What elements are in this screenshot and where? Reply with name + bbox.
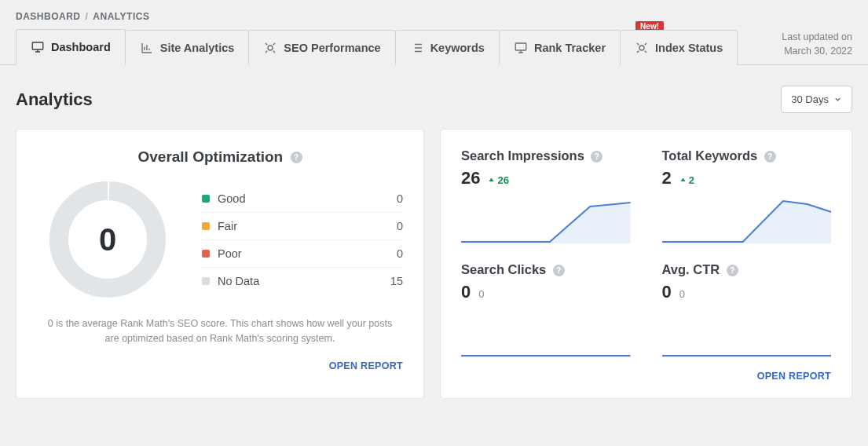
stat-value: 2 xyxy=(662,168,672,188)
legend-value: 0 xyxy=(397,192,403,205)
legend-dot xyxy=(202,222,210,230)
clicks-sparkline xyxy=(461,309,631,357)
tab-index-status[interactable]: Index Status xyxy=(620,30,738,65)
keywords-sparkline xyxy=(662,195,832,243)
chevron-down-icon xyxy=(833,95,842,104)
optimization-donut: 0 xyxy=(45,177,170,302)
legend-row-good: Good 0 xyxy=(202,185,403,213)
optimization-score: 0 xyxy=(45,177,170,302)
help-icon[interactable]: ? xyxy=(291,152,302,163)
date-range-select[interactable]: 30 Days xyxy=(781,86,852,113)
tab-keywords[interactable]: Keywords xyxy=(395,30,500,65)
monitor-icon xyxy=(514,41,528,55)
svg-rect-0 xyxy=(32,42,43,49)
up-arrow-icon xyxy=(679,177,687,184)
last-updated-date: March 30, 2022 xyxy=(782,45,852,59)
legend-value: 15 xyxy=(390,275,403,287)
tab-label: SEO Performance xyxy=(284,42,380,54)
legend-value: 0 xyxy=(397,220,403,232)
legend-value: 0 xyxy=(397,247,403,260)
legend-label: Fair xyxy=(218,220,397,232)
tab-rank-tracker[interactable]: Rank Tracker xyxy=(499,30,621,65)
svg-rect-2 xyxy=(515,43,526,50)
tab-dashboard[interactable]: Dashboard xyxy=(16,29,126,65)
list-icon xyxy=(410,41,424,55)
ctr-sparkline xyxy=(662,309,832,357)
open-report-link[interactable]: OPEN REPORT xyxy=(757,371,831,382)
tab-label: Index Status xyxy=(655,42,723,54)
tab-label: Rank Tracker xyxy=(534,42,606,54)
search-stats-card: Search Impressions ? 26 26 xyxy=(440,129,852,399)
impressions-sparkline xyxy=(461,195,631,243)
monitor-icon xyxy=(31,40,45,54)
tab-label: Keywords xyxy=(430,42,485,54)
svg-point-1 xyxy=(268,46,273,50)
legend-dot xyxy=(202,277,210,285)
up-arrow-icon xyxy=(488,177,495,184)
stat-title-text: Search Impressions xyxy=(461,148,584,163)
stat-value: 0 xyxy=(662,282,672,302)
stat-value: 0 xyxy=(461,282,471,302)
target-icon xyxy=(635,41,649,55)
tab-label: Site Analytics xyxy=(160,42,235,54)
stat-delta: 2 xyxy=(679,174,694,186)
help-icon[interactable]: ? xyxy=(764,151,776,163)
legend-label: Poor xyxy=(218,247,397,260)
legend-label: Good xyxy=(218,192,397,205)
breadcrumb-current: ANALYTICS xyxy=(93,11,149,22)
tab-label: Dashboard xyxy=(51,41,111,53)
last-updated: Last updated on March 30, 2022 xyxy=(782,31,852,64)
stat-title-text: Total Keywords xyxy=(662,148,758,163)
help-icon[interactable]: ? xyxy=(591,151,602,163)
stat-title-text: Avg. CTR xyxy=(662,262,720,276)
legend-label: No Data xyxy=(218,275,390,287)
target-icon xyxy=(263,41,277,55)
help-icon[interactable]: ? xyxy=(553,265,565,276)
tab-site-analytics[interactable]: Site Analytics xyxy=(125,30,250,65)
chart-icon xyxy=(140,41,154,55)
date-range-label: 30 Days xyxy=(791,93,829,105)
legend-dot xyxy=(202,250,210,258)
stat-title-text: Search Clicks xyxy=(461,262,546,276)
tab-bar: Dashboard Site Analytics SEO Performance… xyxy=(0,28,868,65)
legend-row-fair: Fair 0 xyxy=(202,213,403,240)
help-icon[interactable]: ? xyxy=(727,265,738,276)
stat-ctr: Avg. CTR ? 0 0 xyxy=(662,262,832,357)
stat-sub: 0 xyxy=(478,288,484,300)
breadcrumb-sep: / xyxy=(86,11,89,22)
optimization-legend: Good 0 Fair 0 Poor 0 No Data 15 xyxy=(202,185,403,294)
stat-value: 26 xyxy=(461,168,480,188)
overall-optimization-card: Overall Optimization ? 0 Good 0 xyxy=(16,129,424,399)
card-title: Overall Optimization xyxy=(137,148,283,165)
breadcrumb-root[interactable]: DASHBOARD xyxy=(16,11,81,22)
optimization-description: 0 is the average Rank Math's SEO score. … xyxy=(37,316,403,347)
stat-clicks: Search Clicks ? 0 0 xyxy=(461,262,631,357)
stat-sub: 0 xyxy=(679,288,685,300)
breadcrumb: DASHBOARD / ANALYTICS xyxy=(0,0,868,28)
page-title: Analytics xyxy=(16,90,93,110)
svg-point-3 xyxy=(639,46,644,50)
legend-dot xyxy=(202,195,210,203)
legend-row-nodata: No Data 15 xyxy=(202,268,403,294)
stat-keywords: Total Keywords ? 2 2 xyxy=(662,148,832,243)
stat-impressions: Search Impressions ? 26 26 xyxy=(461,148,631,243)
last-updated-label: Last updated on xyxy=(782,31,852,45)
stat-delta: 26 xyxy=(488,174,508,186)
open-report-link[interactable]: OPEN REPORT xyxy=(329,360,403,371)
legend-row-poor: Poor 0 xyxy=(202,240,403,268)
tab-seo-performance[interactable]: SEO Performance xyxy=(248,30,395,65)
